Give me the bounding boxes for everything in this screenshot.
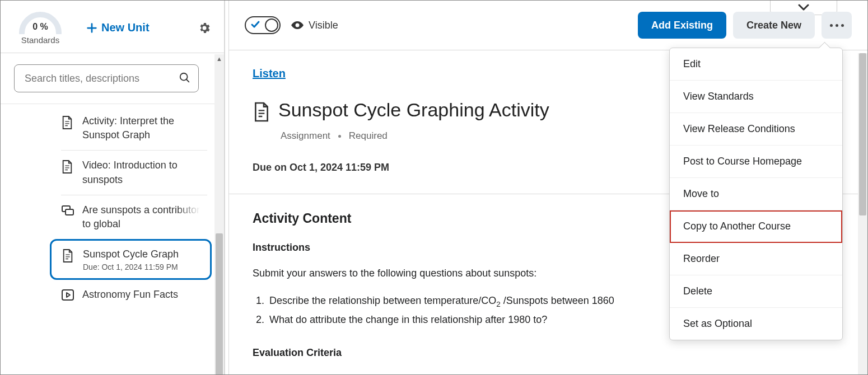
svg-point-4: [296, 24, 300, 27]
menu-delete[interactable]: Delete: [670, 275, 842, 308]
topbar: Visible Add Existing Create New: [229, 1, 867, 50]
discussion-icon: [61, 204, 76, 220]
standards-percent: 0 %: [17, 22, 63, 32]
visibility-toggle[interactable]: [245, 16, 281, 34]
document-icon: [61, 115, 76, 132]
menu-view-standards[interactable]: View Standards: [670, 81, 842, 113]
main-panel: Visible Add Existing Create New Listen S…: [229, 1, 867, 374]
list-item-title: Video: Introduction to sunspots: [82, 160, 178, 185]
content-list: Activity: Interpret the Sunspot Graph Vi…: [1, 104, 224, 374]
scrollbar-thumb[interactable]: [859, 53, 866, 215]
list-item[interactable]: Are sunspots a contributor to global: [61, 195, 207, 239]
new-unit-label: New Unit: [101, 21, 150, 34]
page-type: Assignment: [281, 130, 330, 142]
actions-dropdown: Edit View Standards View Release Conditi…: [669, 48, 843, 340]
menu-edit[interactable]: Edit: [670, 48, 842, 81]
gear-icon: [198, 21, 211, 35]
sidebar-scrollbar[interactable]: ▲: [214, 54, 224, 374]
document-icon: [61, 160, 76, 176]
plus-icon: [86, 22, 98, 34]
list-item[interactable]: Activity: Interpret the Sunspot Graph: [61, 106, 207, 150]
list-item-title: Activity: Interpret the Sunspot Graph: [82, 115, 174, 140]
search-row: [1, 53, 224, 104]
list-item-title: Are sunspots a contributor to global: [82, 203, 200, 231]
menu-move-to[interactable]: Move to: [670, 178, 842, 210]
menu-post-homepage[interactable]: Post to Course Homepage: [670, 146, 842, 178]
scrollbar-thumb[interactable]: [216, 233, 223, 375]
main-scrollbar[interactable]: [858, 53, 867, 374]
sidebar-header: 0 % Standards New Unit: [1, 1, 224, 53]
settings-button[interactable]: [196, 20, 213, 36]
meta-dot: [338, 135, 341, 138]
list-item-title: Sunspot Cycle Graph: [83, 247, 203, 261]
svg-rect-3: [62, 290, 73, 300]
create-new-button[interactable]: Create New: [733, 12, 815, 39]
menu-set-optional[interactable]: Set as Optional: [670, 308, 842, 340]
add-existing-button[interactable]: Add Existing: [638, 12, 726, 39]
check-icon: [250, 20, 260, 30]
page-title: Sunspot Cycle Graphing Activity: [278, 99, 549, 121]
list-item[interactable]: Astronomy Fun Facts: [61, 280, 207, 311]
visibility-indicator: Visible: [291, 20, 338, 31]
menu-view-release-conditions[interactable]: View Release Conditions: [670, 113, 842, 146]
document-icon: [253, 101, 270, 125]
page-required: Required: [349, 130, 388, 142]
sidebar: 0 % Standards New Unit: [1, 1, 225, 374]
pane-divider[interactable]: [225, 1, 229, 374]
visibility-label: Visible: [309, 20, 338, 31]
svg-rect-2: [66, 209, 73, 215]
listen-link[interactable]: Listen: [253, 67, 286, 79]
scroll-up-icon: ▲: [216, 55, 222, 62]
list-item[interactable]: Video: Introduction to sunspots: [61, 150, 207, 194]
menu-copy-to-another-course[interactable]: Copy to Another Course: [670, 210, 842, 243]
more-actions-button[interactable]: [822, 12, 852, 39]
search-icon: [179, 72, 191, 84]
menu-reorder[interactable]: Reorder: [670, 243, 842, 275]
list-item-title: Astronomy Fun Facts: [82, 289, 178, 300]
list-item-sub: Due: Oct 1, 2024 11:59 PM: [83, 262, 203, 271]
new-unit-button[interactable]: New Unit: [86, 21, 196, 34]
eye-icon: [291, 20, 304, 30]
evaluation-heading: Evaluation Criteria: [253, 347, 844, 359]
ellipsis-icon: [830, 24, 844, 27]
video-icon: [61, 289, 76, 303]
standards-label: Standards: [21, 35, 59, 45]
search-input[interactable]: [14, 64, 199, 92]
document-icon: [62, 249, 76, 265]
toggle-knob: [265, 18, 278, 32]
list-item-selected[interactable]: Sunspot Cycle Graph Due: Oct 1, 2024 11:…: [50, 239, 212, 280]
standards-gauge[interactable]: 0 % Standards: [17, 11, 63, 45]
